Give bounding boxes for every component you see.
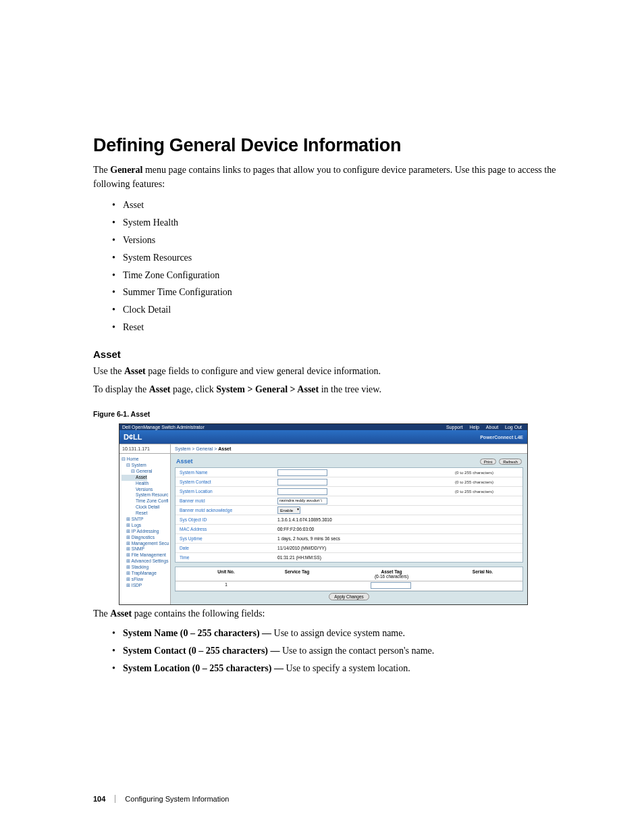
tree-item[interactable]: ⊞ SNTP bbox=[122, 517, 168, 523]
label-banner-ack: Banner motd acknowledge bbox=[176, 508, 277, 513]
fields-list: System Name (0 – 255 characters) — Use t… bbox=[112, 625, 583, 677]
shot-title: Dell OpenManage Switch Administrator bbox=[122, 425, 205, 429]
breadcrumb: System > General > Asset bbox=[171, 444, 235, 453]
label-date: Date bbox=[176, 546, 277, 550]
subheading-asset: Asset bbox=[93, 348, 583, 360]
hint-syscontact: (0 to 255 characters) bbox=[455, 479, 522, 484]
footer-chapter: Configuring System Information bbox=[125, 795, 229, 803]
page-footer: 104 Configuring System Information bbox=[93, 795, 229, 803]
tree-item[interactable]: Health bbox=[122, 481, 168, 487]
link-help[interactable]: Help bbox=[466, 425, 481, 429]
label-system-contact: System Contact bbox=[176, 479, 277, 484]
tree-system[interactable]: ⊟ System bbox=[122, 463, 168, 469]
cell-unit: 1 bbox=[176, 582, 257, 590]
col-service: Service Tag bbox=[257, 569, 338, 579]
footer-sep bbox=[115, 795, 115, 803]
tree-item[interactable]: ⊞ Stacking bbox=[122, 565, 168, 571]
link-support[interactable]: Support bbox=[444, 425, 466, 429]
tree-item[interactable]: ⊞ SNMP bbox=[122, 546, 168, 552]
para-display-asset: To display the Asset page, click System … bbox=[93, 382, 583, 396]
hint-sysloc: (0 to 255 characters) bbox=[455, 489, 522, 494]
link-about[interactable]: About bbox=[483, 425, 501, 429]
para-use-asset: Use the Asset page fields to configure a… bbox=[93, 364, 583, 378]
screenshot-figure: Dell OpenManage Switch Administrator Sup… bbox=[119, 423, 528, 605]
tree-item[interactable]: ⊞ IP Addressing bbox=[122, 529, 168, 535]
tree-item[interactable]: ⊞ sFlow bbox=[122, 577, 168, 583]
intro-b: menu page contains links to pages that a… bbox=[93, 165, 556, 189]
feature-item: Summer Time Configuration bbox=[112, 284, 583, 301]
col-assettag: Asset Tag (0-16 characters) bbox=[338, 569, 446, 579]
tree-item[interactable]: ⊞ File Management bbox=[122, 552, 168, 558]
input-banner[interactable]: ravindra reddy avuduri \ bbox=[277, 498, 327, 504]
label-uptime: Sys Uptime bbox=[176, 536, 277, 541]
after-shot-para: The Asset page contains the following fi… bbox=[93, 606, 583, 621]
form-panel: System Name (0 to 255 characters) System… bbox=[175, 467, 523, 563]
brand-model: PowerConnect L4E bbox=[480, 435, 523, 440]
field-item: System Name (0 – 255 characters) — Use t… bbox=[112, 625, 583, 642]
tree-asset[interactable]: Asset bbox=[122, 475, 147, 481]
label-system-name: System Name bbox=[176, 470, 277, 475]
asset-table: Unit No. Service Tag Asset Tag (0-16 cha… bbox=[175, 567, 523, 592]
value-time: 01:31:21 (HH:MM:SS) bbox=[277, 555, 455, 560]
field-item: System Contact (0 – 255 characters) — Us… bbox=[112, 642, 583, 660]
field-item: System Location (0 – 255 characters) — U… bbox=[112, 660, 583, 677]
crumb-ip: 10.131.1.171 bbox=[119, 444, 171, 453]
label-mac: MAC Address bbox=[176, 527, 277, 531]
value-date: 11/14/2010 (MM/DD/YY) bbox=[277, 546, 455, 550]
input-system-location[interactable] bbox=[277, 488, 327, 495]
input-asset-tag[interactable] bbox=[371, 582, 411, 589]
brand-logo: D¢LL bbox=[124, 433, 142, 441]
label-time: Time bbox=[176, 555, 277, 560]
feature-item: System Health bbox=[112, 214, 583, 232]
refresh-button[interactable]: Refresh bbox=[499, 459, 522, 465]
value-oid: 1.3.6.1.4.1.674.10895.3010 bbox=[277, 517, 455, 522]
feature-item: Time Zone Configuration bbox=[112, 267, 583, 284]
heading-main: Defining General Device Information bbox=[93, 135, 583, 156]
page-number: 104 bbox=[93, 795, 115, 803]
tree-item[interactable]: ⊞ ISDP bbox=[122, 583, 168, 589]
nav-tree[interactable]: ⊟ Home ⊟ System ⊟ General Asset Health V… bbox=[119, 454, 171, 604]
col-unit: Unit No. bbox=[176, 569, 257, 579]
feature-item: Reset bbox=[112, 319, 583, 336]
input-system-contact[interactable] bbox=[277, 479, 327, 486]
features-list: Asset System Health Versions System Reso… bbox=[112, 197, 583, 336]
figure-caption: Figure 6-1. Asset bbox=[93, 410, 583, 418]
hint-sysname: (0 to 255 characters) bbox=[455, 470, 522, 475]
feature-item: System Resources bbox=[112, 249, 583, 267]
tree-item[interactable]: System Resourc bbox=[122, 492, 168, 498]
tree-home[interactable]: ⊟ Home bbox=[122, 457, 138, 461]
tree-item[interactable]: ⊞ Diagnostics bbox=[122, 535, 168, 541]
intro-bold: General bbox=[110, 165, 142, 175]
input-system-name[interactable] bbox=[277, 469, 327, 476]
value-uptime: 1 days, 2 hours, 9 mins 36 secs bbox=[277, 536, 455, 541]
tree-item[interactable]: ⊞ TrapManage bbox=[122, 571, 168, 577]
feature-item: Asset bbox=[112, 197, 583, 214]
tree-item[interactable]: ⊞ Logs bbox=[122, 523, 168, 529]
label-oid: Sys Object ID bbox=[176, 517, 277, 522]
print-button[interactable]: Print bbox=[480, 459, 497, 465]
col-serial: Serial No. bbox=[446, 569, 520, 579]
tree-general[interactable]: ⊟ General bbox=[122, 469, 168, 475]
tree-item[interactable]: Clock Detail bbox=[122, 504, 168, 511]
feature-item: Clock Detail bbox=[112, 301, 583, 319]
apply-button[interactable]: Apply Changes bbox=[329, 593, 369, 600]
label-banner: Banner motd bbox=[176, 498, 277, 503]
table-row: 1 bbox=[176, 581, 522, 591]
page-title: Asset bbox=[176, 458, 193, 465]
intro-para: The General menu page contains links to … bbox=[93, 163, 583, 191]
value-mac: 00:FF:F2:06:03:00 bbox=[277, 527, 455, 531]
tree-item[interactable]: ⊞ Advanced Settings bbox=[122, 558, 168, 565]
intro-a: The bbox=[93, 165, 110, 175]
select-banner-ack[interactable]: Enable bbox=[277, 506, 300, 514]
tree-item[interactable]: Reset bbox=[122, 511, 168, 517]
tree-item[interactable]: ⊞ Management Secu bbox=[122, 541, 168, 547]
tree-item[interactable]: Time Zone Confi bbox=[122, 498, 168, 504]
link-logout[interactable]: Log Out bbox=[502, 425, 525, 429]
label-system-location: System Location bbox=[176, 489, 277, 494]
tree-item[interactable]: Versions bbox=[122, 487, 168, 493]
feature-item: Versions bbox=[112, 232, 583, 249]
